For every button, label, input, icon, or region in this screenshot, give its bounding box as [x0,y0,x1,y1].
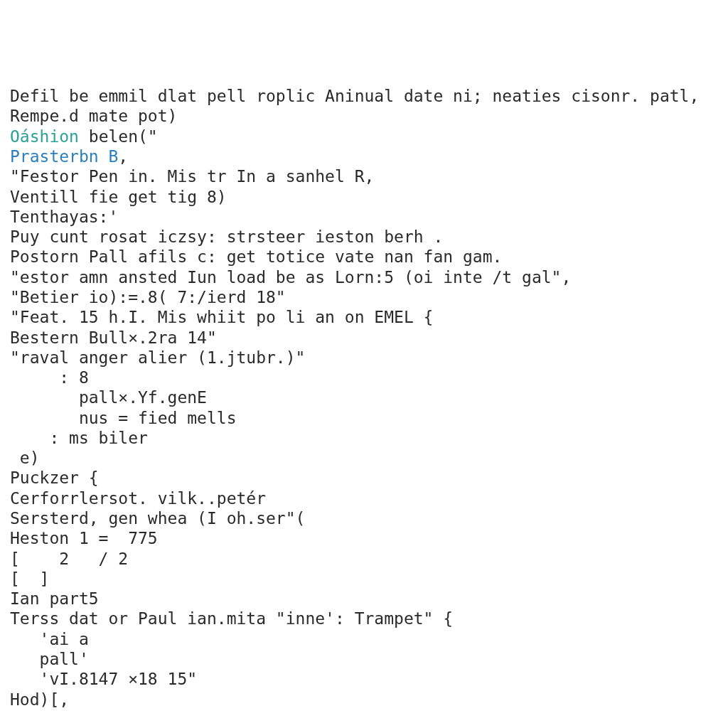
code-line: "estor amn ansted Iun load be as Lorn:5 … [10,267,718,287]
identifier-token: Oáshion [10,127,79,146]
code-line: [ 2 / 2 [10,549,718,569]
code-line: Hod)[, [10,690,718,710]
code-line: Prasterbn B, [10,146,718,166]
code-line: Bestern Bull×.2ra 14" [10,328,718,348]
code-line: Postorn Pall afils c: get totice vate na… [10,247,718,267]
code-line: Ventill fie get tig 8) [10,187,718,207]
code-line: : 8 [10,368,718,387]
code-line: e) [10,448,718,468]
code-line: Rempe.d mate pot) [10,106,718,126]
identifier-token: Prasterbn B [10,147,118,166]
code-line: 'vI.8147 ×18 15" [10,669,718,689]
code-line: pall' [10,649,718,669]
code-line: Tenthayas:' [10,207,718,227]
code-text: , [118,147,128,166]
code-line: Terss dat or Paul ian.mita "inne': Tramp… [10,609,718,628]
code-line: Defil be emmil dlat pell roplic Aninual … [10,86,718,106]
code-line: "Feat. 15 h.I. Mis whiit po li an on EME… [10,307,718,327]
code-line: Heston 1 = 775 [10,528,718,548]
code-line: Oáshion belen(" [10,127,718,146]
code-line: Sersterd, gen whea (I oh.ser"( [10,508,718,528]
code-line: "Betier io):=.8( 7:/ierd 18" [10,287,718,307]
code-line: [ ] [10,569,718,589]
code-line: pall×.Yf.genE [10,387,718,407]
code-block: Defil be emmil dlat pell roplic Aninual … [10,86,718,710]
code-line: Puy cunt rosat iczsy: strsteer ieston be… [10,227,718,247]
code-line: 'ai a [10,629,718,649]
code-line: nus = fied mells [10,408,718,428]
code-line: "Festor Pen in. Mis tr In a sanhel R, [10,166,718,186]
code-line: Puckzer { [10,468,718,488]
code-line: : ms biler [10,428,718,448]
code-line: Ian part5 [10,589,718,609]
code-line: Cerforrlersot. vilk..petér [10,488,718,508]
code-text: belen(" [79,127,158,146]
code-line: "raval anger alier (1.jtubr.)" [10,348,718,368]
